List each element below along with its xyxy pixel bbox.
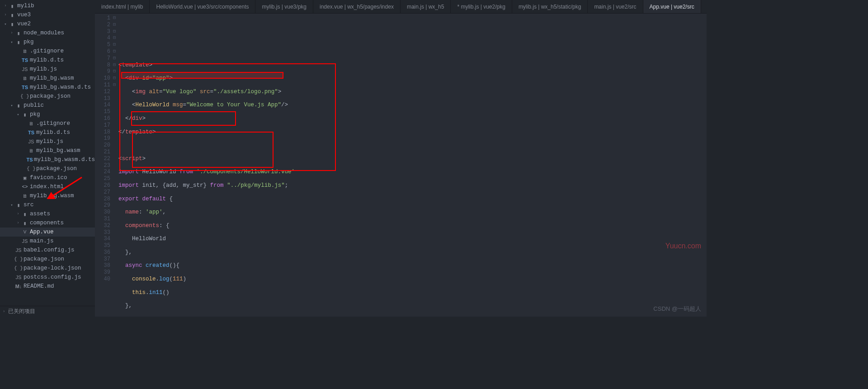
tree-item[interactable]: ›▮mylib — [0, 1, 95, 10]
tree-item[interactable]: JSpostcss.config.js — [0, 273, 95, 282]
json-icon: { } — [14, 256, 23, 262]
tree-item[interactable]: ▾▮pkg — [0, 38, 95, 47]
tree-item-label: package.json — [30, 93, 71, 100]
tree-item[interactable]: ▾▮src — [0, 200, 95, 209]
editor-area: index.html | mylibHelloWorld.vue | vue3/… — [95, 0, 707, 317]
folder-icon: ▮ — [21, 220, 29, 226]
tree-item[interactable]: ▣favicon.ico — [0, 173, 95, 182]
editor-tab[interactable]: index.html | mylib — [95, 0, 150, 13]
js-icon: JS — [14, 275, 23, 280]
watermark-top: Yuucn.com — [665, 242, 701, 250]
highlight-box-methods — [132, 132, 274, 168]
file-icon: 🗎 — [21, 193, 29, 199]
tree-item[interactable]: ▾▮public — [0, 101, 95, 110]
chevron-down-icon: ▾ — [15, 112, 21, 117]
tree-item-label: .gitignore — [30, 48, 64, 54]
editor-tab[interactable]: index.vue | wx_h5/pages/index — [313, 0, 401, 13]
editor-tab[interactable]: HelloWorld.vue | vue3/src/components — [150, 0, 255, 13]
js-icon: JS — [21, 238, 29, 244]
js-icon: JS — [14, 247, 23, 253]
tree-item[interactable]: JSbabel.config.js — [0, 246, 95, 255]
tree-item-label: mylib_bg.wasm — [30, 75, 74, 81]
tree-item[interactable]: JSmain.js — [0, 237, 95, 246]
chevron-right-icon: › — [15, 221, 21, 225]
tree-item-label: vue2 — [17, 21, 31, 27]
editor-tabs[interactable]: index.html | mylibHelloWorld.vue | vue3/… — [95, 0, 707, 14]
chevron-down-icon: ▾ — [3, 22, 8, 27]
editor-tab[interactable]: mylib.js | vue3/pkg — [255, 0, 313, 13]
js-icon: JS — [27, 139, 35, 144]
tree-item[interactable]: 🗎.gitignore — [0, 119, 95, 128]
ts-icon: TS — [21, 85, 29, 90]
tree-item[interactable]: VApp.vue — [0, 228, 95, 237]
tree-item-label: postcss.config.js — [24, 274, 81, 280]
tree-item-label: components — [30, 220, 64, 226]
tree-item[interactable]: TSmylib.d.ts — [0, 128, 95, 137]
tree-item[interactable]: { }package.json — [0, 92, 95, 101]
tree-item-label: mylib.js — [36, 138, 63, 145]
tree-item-label: package-lock.json — [24, 265, 81, 271]
tree-item-label: mylib — [17, 3, 34, 9]
tree-item-label: pkg — [24, 39, 34, 45]
tree-item[interactable]: 🗎.gitignore — [0, 47, 95, 56]
ts-icon: TS — [27, 130, 35, 135]
tree-item[interactable]: { }package.json — [0, 255, 95, 264]
tree-item[interactable]: 🗎mylib_bg.wasm — [0, 74, 95, 83]
folder-open-icon: ▮ — [14, 39, 23, 45]
chevron-right-icon: › — [3, 4, 8, 8]
editor-tab[interactable]: main.js | vue2/src — [588, 0, 643, 13]
tree-item[interactable]: ›▮components — [0, 218, 95, 228]
tree-item[interactable]: JSmylib.js — [0, 137, 95, 146]
tree-item[interactable]: TSmylib.d.ts — [0, 56, 95, 65]
tree-item[interactable]: ›▮vue3 — [0, 10, 95, 19]
file-icon: 🗎 — [21, 48, 29, 54]
md-icon: M↓ — [14, 284, 23, 289]
tree-item-label: package.json — [24, 256, 64, 262]
minimap[interactable] — [704, 14, 707, 317]
tree-item-label: main.js — [30, 238, 54, 244]
editor-tab[interactable]: mylib.js | wx_h5/static/pkg — [512, 0, 588, 13]
tree-item[interactable]: ▾▮pkg — [0, 110, 95, 119]
tree-item-label: favicon.ico — [30, 175, 67, 181]
chevron-right-icon: › — [3, 13, 8, 17]
file-explorer: ›▮mylib›▮vue3▾▮vue2›▮node_modules▾▮pkg🗎.… — [0, 0, 95, 317]
watermark-bottom: CSDN @一码超人 — [653, 305, 701, 313]
folder-open-icon: ▮ — [8, 21, 16, 27]
tree-item-label: src — [24, 202, 34, 208]
editor-tab[interactable]: * mylib.js | vue2/pkg — [451, 0, 512, 13]
editor-tab[interactable]: App.vue | vue2/src — [643, 0, 701, 13]
tree-item[interactable]: M↓README.md — [0, 282, 95, 291]
tree-item[interactable]: JSmylib.js — [0, 65, 95, 74]
closed-projects-section[interactable]: › 已关闭项目 — [0, 306, 95, 317]
tree-item[interactable]: ›▮assets — [0, 209, 95, 218]
tree-item[interactable]: { }package.json — [0, 164, 95, 173]
editor-tab[interactable]: main.js | wx_h5 — [401, 0, 451, 13]
code-content[interactable]: <template> <div id="app"> <img alt="Vue … — [118, 14, 704, 317]
html-icon: <> — [21, 184, 29, 190]
chevron-right-icon: › — [15, 212, 21, 216]
tree-item-label: mylib.d.ts — [30, 57, 64, 63]
tree-item-label: mylib.d.ts — [36, 129, 70, 136]
folder-icon: ▮ — [8, 12, 16, 18]
tree-item-label: mylib_bg.wasm.d.ts — [30, 84, 91, 90]
folder-icon: ▮ — [8, 3, 16, 9]
json-icon: { } — [14, 266, 23, 271]
folder-icon: ▮ — [21, 211, 29, 217]
tree-item[interactable]: TSmylib_bg.wasm.d.ts — [0, 83, 95, 92]
tree-item[interactable]: 🗎mylib_bg.wasm — [0, 146, 95, 155]
tree-item[interactable]: TSmylib_bg.wasm.d.ts — [0, 155, 95, 164]
chevron-right-icon: › — [9, 31, 14, 35]
tree-item[interactable]: ▾▮vue2 — [0, 19, 95, 28]
tree-item[interactable]: { }package-lock.json — [0, 264, 95, 273]
tree-item[interactable]: <>index.html — [0, 182, 95, 191]
tree-item[interactable]: ›▮node_modules — [0, 28, 95, 38]
file-tree[interactable]: ›▮mylib›▮vue3▾▮vue2›▮node_modules▾▮pkg🗎.… — [0, 0, 95, 306]
code-editor[interactable]: 1234567891011121314151617181920212223242… — [95, 14, 707, 317]
tree-item-label: mylib_bg.wasm — [30, 193, 74, 199]
line-number-gutter: 1234567891011121314151617181920212223242… — [95, 14, 113, 317]
tree-item[interactable]: 🗎mylib_bg.wasm — [0, 191, 95, 200]
tree-item-label: vue3 — [17, 12, 31, 18]
tree-item-label: mylib_bg.wasm — [36, 147, 80, 154]
ts-icon: TS — [21, 57, 29, 63]
fold-column[interactable]: ⊟⊟⊟⊟⊟⊟⊟⊟⊟⊟⊟ — [113, 14, 118, 317]
